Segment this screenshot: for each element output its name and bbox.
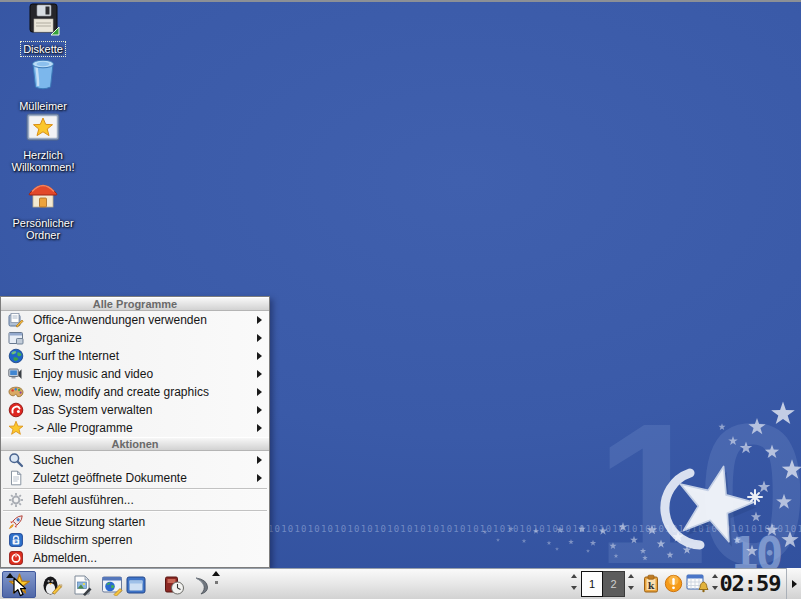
desktop-screen: 10 10 1010101010101010101010101010101010… (0, 0, 801, 599)
launcher-suspend[interactable] (190, 573, 214, 597)
welcome-star-icon (26, 112, 60, 146)
document-icon (8, 470, 24, 486)
yast-icon (8, 402, 24, 418)
panel-hide-button[interactable] (786, 568, 801, 599)
submenu-arrow-icon (257, 456, 262, 464)
svg-text:k: k (648, 580, 655, 591)
desktop-icon-persoenlicher-ordner[interactable]: Persönlicher Ordner (1, 178, 85, 242)
submenu-arrow-icon (257, 406, 262, 414)
launcher-documents[interactable] (70, 573, 94, 597)
launcher-scheduler[interactable] (162, 573, 186, 597)
star-icon (8, 420, 24, 436)
kmenu-item-logout[interactable]: Abmelden... (1, 549, 269, 567)
desktop-icon-label: Herzlich Willkommen! (1, 148, 85, 174)
kmenu-item-system[interactable]: Das System verwalten (1, 401, 269, 419)
kmenu-item-new-session[interactable]: Neue Sitzung starten (1, 513, 269, 531)
hide-arrow-icon (792, 580, 797, 588)
submenu-arrow-icon (257, 388, 262, 396)
kmenu-item-surf-internet[interactable]: Surf the Internet (1, 347, 269, 365)
kmenu-item-recent-documents[interactable]: Zuletzt geöffnete Dokumente (1, 469, 269, 487)
pager-scroll-left[interactable] (571, 574, 577, 590)
kmenu-section-header: Aktionen (1, 437, 269, 451)
launcher-web-browser[interactable] (100, 573, 124, 597)
launcher-kontact[interactable] (124, 573, 148, 597)
kmenu-item-music-video[interactable]: Enjoy music and video (1, 365, 269, 383)
kmenu-item-lock-screen[interactable]: a Bildschirm sperren (1, 531, 269, 549)
desktop-icon-label: Diskette (21, 42, 65, 56)
expand-arrow-icon (212, 571, 220, 576)
monitor-speaker-icon (8, 366, 24, 382)
submenu-arrow-icon (257, 334, 262, 342)
submenu-arrow-icon (257, 352, 262, 360)
tray-klipper[interactable]: k (642, 574, 660, 594)
submenu-arrow-icon (257, 424, 262, 432)
handle-dot (215, 581, 218, 584)
office-icon (8, 312, 24, 328)
menu-separator (1, 487, 269, 491)
penguin-pen-icon (41, 574, 63, 596)
tray-alarm-daemon[interactable] (686, 573, 710, 595)
submenu-arrow-icon (257, 370, 262, 378)
submenu-arrow-icon (257, 474, 262, 482)
kmenu-popup: Alle Programme Office-Anwendungen verwen… (0, 296, 270, 568)
kmenu-item-suchen[interactable]: Suchen (1, 451, 269, 469)
mouse-cursor (13, 577, 28, 598)
kmenu-section-header: Alle Programme (1, 297, 269, 311)
desktop-icon-label: Mülleimer (17, 99, 69, 113)
organize-window-icon (8, 330, 24, 346)
browser-globe-pencil-icon (101, 574, 123, 596)
search-icon (8, 452, 24, 468)
kmenu-item-alle-programme[interactable]: -> Alle Programme (1, 419, 269, 437)
pager-scroll-right[interactable] (628, 574, 634, 590)
rocket-icon (8, 514, 24, 530)
kmenu-item-office-anwendungen[interactable]: Office-Anwendungen verwenden (1, 311, 269, 329)
trash-icon (28, 57, 58, 97)
desktop-icon-diskette[interactable]: Diskette (1, 2, 85, 56)
gear-icon (8, 492, 24, 508)
panel-clock[interactable]: 02:59 (716, 571, 784, 597)
kmenu-item-graphics[interactable]: View, modify and create graphics (1, 383, 269, 401)
wallpaper-star-graphic (250, 390, 801, 575)
red-box-clock-icon (163, 574, 185, 596)
scroll-up-icon (628, 574, 634, 578)
calendar-bell-icon (686, 573, 710, 595)
desktop-icon-label: Persönlicher Ordner (1, 216, 85, 242)
alert-exclamation-icon (664, 574, 683, 593)
taskbar-panel: 1 2 k (0, 568, 801, 599)
desktop-icon-willkommen[interactable]: Herzlich Willkommen! (1, 112, 85, 174)
home-icon (26, 178, 60, 214)
palette-icon (8, 384, 24, 400)
desktop-icon-muelleimer[interactable]: Mülleimer (1, 57, 85, 113)
svg-text:a: a (14, 539, 17, 544)
document-photo-pen-icon (71, 574, 93, 596)
submenu-arrow-icon (257, 316, 262, 324)
big-star-icon (670, 457, 761, 545)
pager-desktop-2[interactable]: 2 (603, 571, 625, 597)
kmenu-item-run-command[interactable]: Befehl ausführen... (1, 491, 269, 509)
scroll-down-icon (628, 586, 634, 590)
menu-separator (1, 509, 269, 513)
globe-icon (8, 348, 24, 364)
blue-window-icon (125, 574, 147, 596)
gray-swoosh-icon (191, 574, 213, 596)
lock-icon: a (8, 532, 24, 548)
launcher-office[interactable] (40, 573, 64, 597)
screen-top-edge (0, 0, 801, 2)
tray-update-alert[interactable] (664, 574, 683, 593)
klipper-clipboard-icon: k (642, 574, 660, 594)
scroll-down-icon (571, 586, 577, 590)
power-icon (8, 550, 24, 566)
kmenu-item-organize[interactable]: Organize (1, 329, 269, 347)
pager-desktop-1[interactable]: 1 (581, 571, 603, 597)
quicklaunch-expander[interactable] (212, 571, 220, 584)
scroll-up-icon (571, 574, 577, 578)
floppy-icon (26, 2, 60, 40)
